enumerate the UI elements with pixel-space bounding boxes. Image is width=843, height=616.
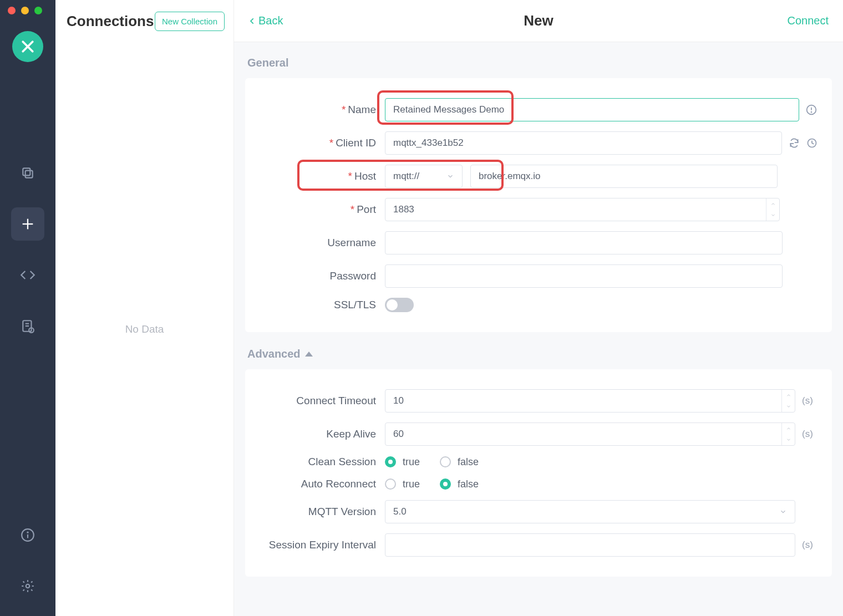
username-input[interactable] <box>385 231 783 254</box>
refresh-icon[interactable] <box>789 137 800 149</box>
connect-timeout-input[interactable] <box>385 389 795 413</box>
mqtt-version-label: MQTT Version <box>260 506 376 518</box>
nav-item-settings[interactable] <box>11 569 44 603</box>
nav-item-info[interactable] <box>11 518 44 552</box>
back-button[interactable]: Back <box>248 14 359 27</box>
mqtt-version-select[interactable]: 5.0 <box>385 500 795 523</box>
keep-alive-input[interactable] <box>385 422 795 446</box>
username-label: Username <box>260 237 376 249</box>
port-label: *Port <box>260 203 376 216</box>
svg-rect-0 <box>26 171 33 178</box>
nav-item-code[interactable] <box>11 258 44 292</box>
connections-panel: Connections New Collection No Data <box>55 0 234 616</box>
svg-rect-1 <box>23 168 30 175</box>
keep-alive-label: Keep Alive <box>260 428 376 440</box>
nav-item-add[interactable] <box>11 207 44 241</box>
password-label: Password <box>260 270 376 282</box>
window-close-icon[interactable] <box>8 7 16 14</box>
mqtt-version-value: 5.0 <box>393 506 407 517</box>
timeout-unit: (s) <box>802 395 817 406</box>
keepalive-step-up[interactable] <box>782 423 795 434</box>
ssl-toggle[interactable] <box>385 298 414 312</box>
host-input[interactable] <box>470 165 778 188</box>
auto-reconnect-false[interactable]: false <box>440 478 479 490</box>
nav-item-log[interactable] <box>11 309 44 343</box>
host-label: *Host <box>260 170 376 182</box>
auto-reconnect-true[interactable]: true <box>385 478 420 490</box>
clean-session-true[interactable]: true <box>385 456 420 468</box>
name-input[interactable] <box>385 98 799 121</box>
ssl-label: SSL/TLS <box>260 299 376 311</box>
keepalive-unit: (s) <box>802 429 817 440</box>
new-collection-button[interactable]: New Collection <box>155 12 225 31</box>
section-advanced-title[interactable]: Advanced <box>247 348 832 360</box>
clean-session-label: Clean Session <box>260 456 376 468</box>
caret-up-icon <box>305 352 313 357</box>
form-area: General *Name *Client ID <box>234 42 843 616</box>
connections-title: Connections <box>67 13 154 30</box>
window-zoom-icon[interactable] <box>34 7 42 14</box>
section-advanced: Connect Timeout (s) Keep Alive <box>245 369 832 577</box>
svg-point-14 <box>811 112 812 113</box>
session-expiry-input[interactable] <box>385 533 795 557</box>
timeout-step-down[interactable] <box>782 401 795 412</box>
window-minimize-icon[interactable] <box>21 7 29 14</box>
auto-reconnect-label: Auto Reconnect <box>260 478 376 490</box>
port-step-up[interactable] <box>766 198 779 210</box>
session-expiry-unit: (s) <box>802 539 817 551</box>
timeout-step-up[interactable] <box>782 390 795 401</box>
connections-empty-state: No Data <box>55 42 233 616</box>
info-icon[interactable] <box>806 104 817 116</box>
main-panel: Back New Connect General *Name <box>234 0 843 616</box>
back-label: Back <box>258 14 283 27</box>
connect-button[interactable]: Connect <box>788 14 829 27</box>
main-header: Back New Connect <box>234 0 843 42</box>
page-title: New <box>524 12 553 29</box>
name-label: *Name <box>260 104 376 116</box>
window-controls <box>8 7 42 14</box>
session-expiry-label: Session Expiry Interval <box>260 539 376 551</box>
nav-rail <box>0 0 55 616</box>
keepalive-step-down[interactable] <box>782 434 795 445</box>
section-general: *Name *Client ID <box>245 78 832 332</box>
client-id-input[interactable] <box>385 131 782 155</box>
section-general-title: General <box>247 57 832 69</box>
connections-header: Connections New Collection <box>55 0 233 42</box>
host-scheme-select[interactable]: mqtt:// <box>385 165 463 188</box>
history-icon[interactable] <box>806 137 817 149</box>
port-step-down[interactable] <box>766 210 779 221</box>
app-logo-icon[interactable] <box>12 31 43 62</box>
password-input[interactable] <box>385 264 783 288</box>
host-scheme-value: mqtt:// <box>393 171 419 182</box>
svg-point-11 <box>26 584 30 588</box>
client-id-label: *Client ID <box>260 137 376 149</box>
svg-point-10 <box>27 532 28 532</box>
clean-session-false[interactable]: false <box>440 456 479 468</box>
connect-timeout-label: Connect Timeout <box>260 395 376 407</box>
nav-item-copy[interactable] <box>11 156 44 190</box>
port-input[interactable] <box>385 198 780 221</box>
